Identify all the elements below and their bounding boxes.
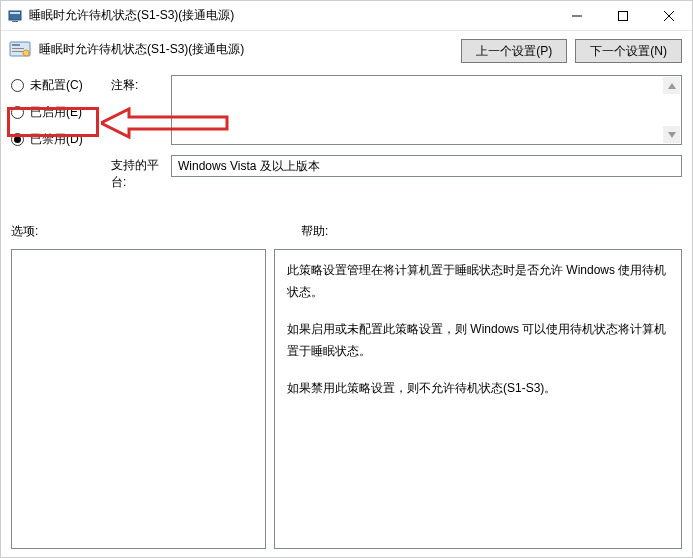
next-setting-button[interactable]: 下一个设置(N) <box>575 39 682 63</box>
radio-icon <box>11 106 24 119</box>
radio-enabled[interactable]: 已启用(E) <box>11 104 101 121</box>
scroll-down-icon[interactable] <box>663 126 680 143</box>
svg-marker-13 <box>668 132 676 138</box>
header: 睡眠时允许待机状态(S1-S3)(接通电源) 上一个设置(P) 下一个设置(N) <box>1 31 692 71</box>
svg-marker-12 <box>668 83 676 89</box>
window-title: 睡眠时允许待机状态(S1-S3)(接通电源) <box>29 7 554 24</box>
header-title: 睡眠时允许待机状态(S1-S3)(接通电源) <box>39 37 461 58</box>
supported-on-input[interactable]: Windows Vista 及以上版本 <box>171 155 682 177</box>
options-label: 选项: <box>11 223 301 240</box>
scroll-up-icon[interactable] <box>663 77 680 94</box>
previous-setting-button[interactable]: 上一个设置(P) <box>461 39 567 63</box>
help-label: 帮助: <box>301 223 328 240</box>
minimize-button[interactable] <box>554 1 600 31</box>
svg-rect-1 <box>10 12 20 14</box>
help-paragraph: 如果禁用此策略设置，则不允许待机状态(S1-S3)。 <box>287 378 669 400</box>
radio-group: 未配置(C) 已启用(E) 已禁用(D) <box>11 75 101 191</box>
comment-label: 注释: <box>111 75 171 94</box>
radio-disabled[interactable]: 已禁用(D) <box>11 131 101 148</box>
radio-icon <box>11 79 24 92</box>
svg-rect-2 <box>12 21 18 22</box>
titlebar: 睡眠时允许待机状态(S1-S3)(接通电源) <box>1 1 692 31</box>
svg-rect-8 <box>12 44 20 46</box>
radio-icon <box>11 133 24 146</box>
svg-point-11 <box>23 50 29 56</box>
supported-on-label: 支持的平台: <box>111 155 171 191</box>
svg-rect-10 <box>12 51 24 52</box>
maximize-button[interactable] <box>600 1 646 31</box>
comment-input[interactable] <box>171 75 682 145</box>
radio-label: 已启用(E) <box>30 104 82 121</box>
radio-label: 未配置(C) <box>30 77 83 94</box>
svg-rect-9 <box>12 48 24 49</box>
radio-not-configured[interactable]: 未配置(C) <box>11 77 101 94</box>
options-pane <box>11 249 266 549</box>
policy-icon <box>7 37 33 63</box>
radio-label: 已禁用(D) <box>30 131 83 148</box>
help-pane: 此策略设置管理在将计算机置于睡眠状态时是否允许 Windows 使用待机状态。 … <box>274 249 682 549</box>
app-icon <box>7 8 23 24</box>
help-paragraph: 此策略设置管理在将计算机置于睡眠状态时是否允许 Windows 使用待机状态。 <box>287 260 669 303</box>
svg-rect-4 <box>619 11 628 20</box>
close-button[interactable] <box>646 1 692 31</box>
help-paragraph: 如果启用或未配置此策略设置，则 Windows 可以使用待机状态将计算机置于睡眠… <box>287 319 669 362</box>
